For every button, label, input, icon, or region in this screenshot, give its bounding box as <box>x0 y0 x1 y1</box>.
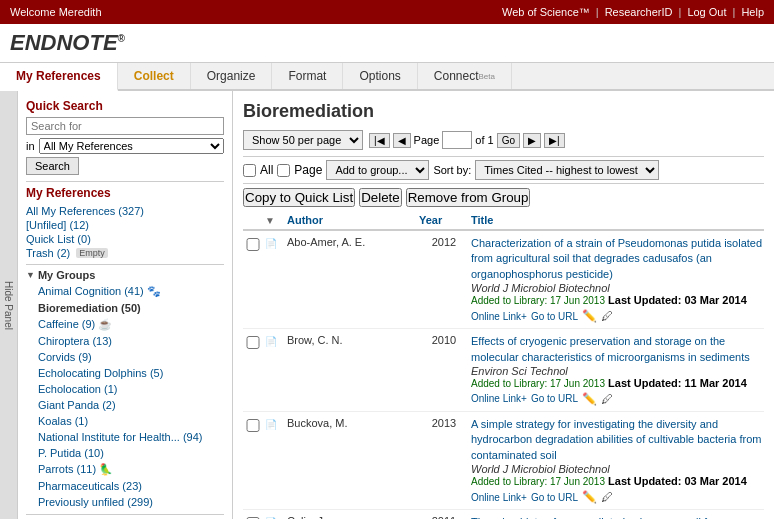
next-page-button[interactable]: ▶ <box>523 133 541 148</box>
top-bar-right: Web of Science™ | ResearcherID | Log Out… <box>502 6 764 18</box>
ref-title-link[interactable]: Characterization of a strain of Pseudomo… <box>471 237 762 280</box>
group-previously-unfiled[interactable]: Previously unfiled (299) <box>38 495 224 509</box>
online-link[interactable]: Online Link+ <box>471 393 527 404</box>
researcher-id-link[interactable]: ResearcherID <box>605 6 673 18</box>
list-item: Previously unfiled (299) <box>38 494 224 510</box>
notes-icon[interactable]: 🖊 <box>601 490 613 504</box>
ref-actions: Online Link+ Go to URL ✏️ 🖊 <box>471 392 764 406</box>
edit-icon[interactable]: ✏️ <box>582 309 597 323</box>
last-page-button[interactable]: ▶| <box>544 133 565 148</box>
ref-content: Effects of cryogenic preservation and st… <box>471 334 764 406</box>
main-layout: Hide Panel Quick Search in All My Refere… <box>0 91 774 519</box>
search-button[interactable]: Search <box>26 157 79 175</box>
help-link[interactable]: Help <box>741 6 764 18</box>
nav-collect-label: Collect <box>134 69 174 83</box>
column-headers: ▼ Author Year Title <box>243 211 764 231</box>
group-animal-cognition[interactable]: Animal Cognition (41) 🐾 <box>38 284 224 299</box>
online-link[interactable]: Online Link+ <box>471 311 527 322</box>
group-chiroptera[interactable]: Chiroptera (13) <box>38 334 224 348</box>
ref-last-updated-bold: Last Updated: 03 Mar 2014 <box>608 294 747 306</box>
ref-title-link[interactable]: A simple strategy for investigating the … <box>471 418 761 461</box>
search-input[interactable] <box>26 117 224 135</box>
group-parrots[interactable]: Parrots (11) 🦜 <box>38 462 224 477</box>
add-to-group-select[interactable]: Add to group... <box>326 160 429 180</box>
nav-collect[interactable]: Collect <box>118 63 191 89</box>
nav-format[interactable]: Format <box>272 63 343 89</box>
logo: ENDNOTE® <box>10 30 764 56</box>
ref-checkbox[interactable] <box>243 238 263 251</box>
ref-year: 2011 <box>419 515 469 519</box>
remove-from-group-button[interactable]: Remove from Group <box>406 188 531 207</box>
nav-options-label: Options <box>359 69 400 83</box>
per-page-select[interactable]: Show 50 per page <box>243 130 363 150</box>
ref-checkbox[interactable] <box>243 336 263 349</box>
list-item: Giant Panda (2) <box>38 397 224 413</box>
quick-list-link[interactable]: Quick List (0) <box>26 232 224 246</box>
list-item: Corvids (9) <box>38 349 224 365</box>
online-link[interactable]: Online Link+ <box>471 492 527 503</box>
go-button[interactable]: Go <box>497 133 520 148</box>
ref-title-link[interactable]: Effects of cryogenic preservation and st… <box>471 335 750 362</box>
search-in-select[interactable]: All My References <box>39 138 224 154</box>
edit-icon[interactable]: ✏️ <box>582 490 597 504</box>
copy-to-quick-list-button[interactable]: Copy to Quick List <box>243 188 355 207</box>
select-all-checkbox[interactable] <box>243 164 256 177</box>
all-my-refs-link[interactable]: All My References (327) <box>26 204 224 218</box>
group-pharmaceuticals[interactable]: Pharmaceuticals (23) <box>38 479 224 493</box>
delete-button[interactable]: Delete <box>359 188 402 207</box>
group-bioremediation[interactable]: Bioremediation (50) <box>38 301 224 315</box>
nav-organize[interactable]: Organize <box>191 63 273 89</box>
ref-journal: World J Microbiol Biotechnol <box>471 282 610 294</box>
group-p-putida[interactable]: P. Putida (10) <box>38 446 224 460</box>
prev-page-button[interactable]: ◀ <box>393 133 411 148</box>
my-groups-header[interactable]: ▼ My Groups <box>26 269 224 281</box>
ref-added: Added to Library: 17 Jun 2013 <box>471 476 605 487</box>
web-of-science-link[interactable]: Web of Science™ <box>502 6 590 18</box>
nav-organize-label: Organize <box>207 69 256 83</box>
col-author: Author <box>287 214 417 226</box>
first-page-button[interactable]: |◀ <box>369 133 390 148</box>
my-groups-title: My Groups <box>38 269 95 281</box>
notes-icon[interactable]: 🖊 <box>601 392 613 406</box>
sort-select[interactable]: Times Cited -- highest to lowest <box>475 160 659 180</box>
go-to-url-link[interactable]: Go to URL <box>531 492 578 503</box>
pagination: |◀ ◀ Page 1 of 1 Go ▶ ▶| <box>369 131 565 149</box>
edit-icon[interactable]: ✏️ <box>582 392 597 406</box>
group-koalas[interactable]: Koalas (1) <box>38 414 224 428</box>
page-input[interactable]: 1 <box>442 131 472 149</box>
ref-content: The microbiota of an unpolluted calcareo… <box>471 515 764 519</box>
nav-options[interactable]: Options <box>343 63 417 89</box>
ref-checkbox[interactable] <box>243 419 263 432</box>
logout-link[interactable]: Log Out <box>687 6 726 18</box>
group-caffeine[interactable]: Caffeine (9) ☕ <box>38 317 224 332</box>
go-to-url-link[interactable]: Go to URL <box>531 311 578 322</box>
select-page-checkbox[interactable] <box>277 164 290 177</box>
trash-row: Trash (2) Empty <box>26 246 224 260</box>
notes-icon[interactable]: 🖊 <box>601 309 613 323</box>
groups-list: Animal Cognition (41) 🐾 Bioremediation (… <box>26 283 224 510</box>
go-to-url-link[interactable]: Go to URL <box>531 393 578 404</box>
ref-actions: Online Link+ Go to URL ✏️ 🖊 <box>471 309 764 323</box>
group-giant-panda[interactable]: Giant Panda (2) <box>38 398 224 412</box>
list-item: Chiroptera (13) <box>38 333 224 349</box>
list-item: Animal Cognition (41) 🐾 <box>38 283 224 300</box>
group-echolocating-dolphins[interactable]: Echolocating Dolphins (5) <box>38 366 224 380</box>
list-item: Parrots (11) 🦜 <box>38 461 224 478</box>
nav-my-references[interactable]: My References <box>0 63 118 91</box>
ref-type-icon: 📄 <box>265 238 285 249</box>
unfiled-link[interactable]: [Unfiled] (12) <box>26 218 224 232</box>
sort-icon[interactable]: ▼ <box>265 215 285 226</box>
nav-format-label: Format <box>288 69 326 83</box>
trash-link[interactable]: Trash (2) <box>26 246 70 260</box>
ref-author: Buckova, M. <box>287 417 417 429</box>
group-corvids[interactable]: Corvids (9) <box>38 350 224 364</box>
ref-type-icon: 📄 <box>265 336 285 347</box>
group-echolocation[interactable]: Echolocation (1) <box>38 382 224 396</box>
nav-connect[interactable]: ConnectBeta <box>418 63 512 89</box>
hide-panel-tab[interactable]: Hide Panel <box>0 91 18 519</box>
group-national-institute[interactable]: National Institute for Health... (94) <box>38 430 224 444</box>
sidebar: Quick Search in All My References Search… <box>18 91 233 519</box>
ref-year: 2012 <box>419 236 469 248</box>
ref-journal: World J Microbiol Biotechnol <box>471 463 610 475</box>
list-item: Echolocating Dolphins (5) <box>38 365 224 381</box>
